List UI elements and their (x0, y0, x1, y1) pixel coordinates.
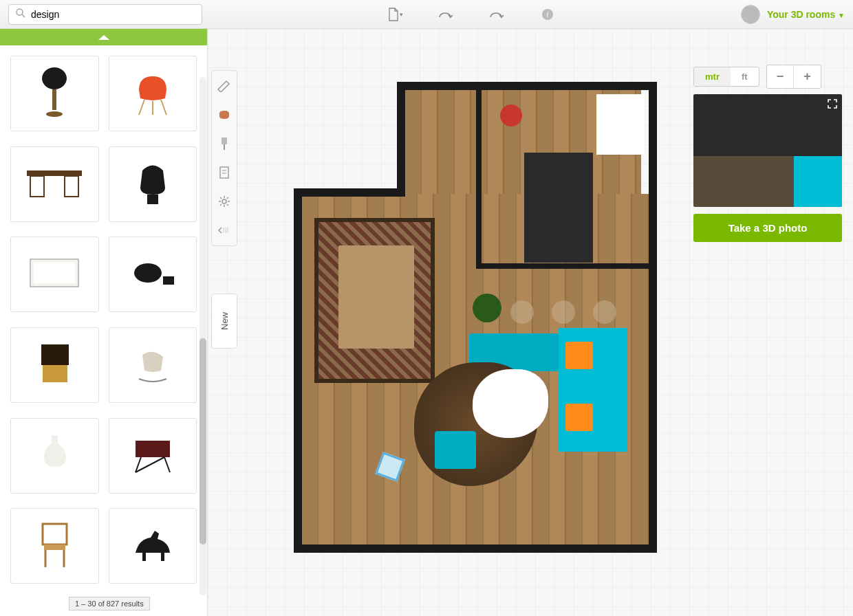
svg-rect-29 (224, 144, 225, 150)
right-panel: mtr ft − + Take a 3D photo (693, 65, 842, 242)
wall (294, 188, 405, 197)
results-count: 1 – 30 of 827 results (69, 597, 150, 610)
wall (294, 544, 657, 553)
draw-tool-icon[interactable] (215, 76, 234, 96)
pillow[interactable] (565, 404, 593, 431)
redo-icon[interactable] (488, 6, 505, 23)
tool-panel (211, 70, 237, 246)
topbar-center: ▾ i (216, 6, 727, 23)
collapse-tool-icon[interactable] (215, 221, 234, 240)
unit-ft-button[interactable]: ft (731, 67, 759, 86)
expand-icon[interactable] (827, 98, 838, 112)
topbar: ▾ i Your 3D rooms ▼ (0, 0, 853, 29)
unit-toggle: mtr ft (693, 67, 759, 87)
take-3d-photo-button[interactable]: Take a 3D photo (693, 214, 842, 242)
svg-rect-19 (43, 365, 67, 382)
search (8, 4, 202, 25)
counter (596, 94, 645, 155)
plant[interactable] (473, 294, 501, 322)
svg-line-8 (161, 100, 166, 115)
preview-3d[interactable] (693, 94, 842, 207)
catalog-item-folding-table[interactable] (109, 418, 197, 494)
controls-row: mtr ft − + (693, 65, 842, 89)
catalog-item-lounge-chair[interactable] (109, 236, 197, 312)
svg-rect-13 (147, 195, 158, 204)
svg-rect-15 (34, 263, 75, 283)
svg-text:i: i (547, 10, 549, 19)
wall-inner (476, 87, 482, 267)
bar-stool[interactable] (500, 104, 522, 126)
catalog-item-orange-chair[interactable] (109, 56, 197, 131)
svg-rect-11 (30, 176, 44, 197)
rooms-label: Your 3D rooms (767, 9, 835, 20)
canvas[interactable]: New mtr ft (208, 29, 853, 616)
chevron-down-icon: ▼ (838, 12, 845, 19)
svg-point-6 (46, 111, 63, 117)
catalog-item-horse-figure[interactable] (109, 508, 197, 584)
catalog-item-dark-cabinet[interactable] (10, 327, 99, 403)
svg-rect-10 (27, 170, 82, 176)
svg-point-4 (42, 67, 67, 89)
svg-point-0 (17, 9, 23, 15)
svg-point-33 (222, 199, 226, 204)
catalog-item-black-armchair[interactable] (109, 146, 197, 222)
catalog-item-rocking-chair[interactable] (109, 327, 197, 403)
catalog-item-vase[interactable] (10, 418, 99, 494)
zoom-in-button[interactable]: + (793, 65, 821, 88)
stool[interactable] (510, 300, 534, 324)
zoom-out-button[interactable]: − (767, 65, 794, 88)
wall (294, 188, 302, 551)
settings-tool-icon[interactable] (215, 192, 234, 211)
stool[interactable] (552, 300, 575, 324)
coffee-table[interactable] (473, 369, 548, 438)
catalog-item-desk[interactable] (10, 146, 99, 222)
dining-table[interactable] (338, 245, 414, 349)
floorplan[interactable] (290, 87, 655, 555)
svg-point-16 (134, 263, 162, 283)
svg-rect-24 (43, 524, 67, 544)
wall (649, 82, 657, 553)
catalog-scrollbar[interactable] (199, 77, 206, 595)
wall (397, 82, 651, 90)
svg-line-22 (164, 457, 170, 472)
wall-inner (476, 263, 651, 269)
document-icon[interactable]: ▾ (387, 6, 403, 23)
catalog-item-wood-chair[interactable] (10, 508, 99, 584)
zoom-controls: − + (766, 65, 821, 89)
topbar-right: Your 3D rooms ▼ (741, 5, 845, 24)
svg-line-1 (22, 14, 25, 17)
svg-rect-17 (163, 276, 174, 285)
svg-rect-12 (65, 176, 78, 197)
catalog-item-lamp[interactable] (10, 56, 99, 131)
info-icon[interactable]: i (539, 6, 556, 23)
catalog-item-white-cabinet[interactable] (10, 236, 99, 312)
catalog-grid (0, 45, 207, 600)
svg-line-7 (139, 100, 144, 115)
search-input[interactable] (8, 4, 202, 25)
rooms-dropdown[interactable]: Your 3D rooms ▼ (767, 9, 845, 20)
preview-scene (693, 94, 842, 207)
sidebar: 1 – 30 of 827 results (0, 29, 208, 616)
search-icon (15, 8, 26, 21)
svg-rect-28 (222, 138, 227, 144)
undo-icon[interactable] (438, 6, 454, 23)
kitchen-island[interactable] (524, 153, 593, 263)
avatar[interactable] (741, 5, 760, 24)
wall (397, 82, 405, 194)
stool[interactable] (593, 300, 616, 324)
svg-rect-5 (52, 89, 56, 110)
paint-tool-icon[interactable] (215, 134, 234, 153)
pillow[interactable] (565, 342, 593, 369)
furniture-tool-icon[interactable] (215, 105, 234, 124)
armchair[interactable] (435, 431, 476, 469)
new-button[interactable]: New (211, 294, 237, 349)
scrollbar-thumb[interactable] (199, 338, 206, 544)
clipboard-tool-icon[interactable] (215, 163, 234, 182)
unit-mtr-button[interactable]: mtr (694, 67, 731, 86)
svg-rect-30 (220, 167, 228, 178)
svg-rect-20 (136, 441, 170, 457)
collapse-sidebar-button[interactable] (0, 29, 207, 45)
svg-rect-18 (41, 344, 69, 365)
svg-rect-25 (44, 544, 65, 550)
